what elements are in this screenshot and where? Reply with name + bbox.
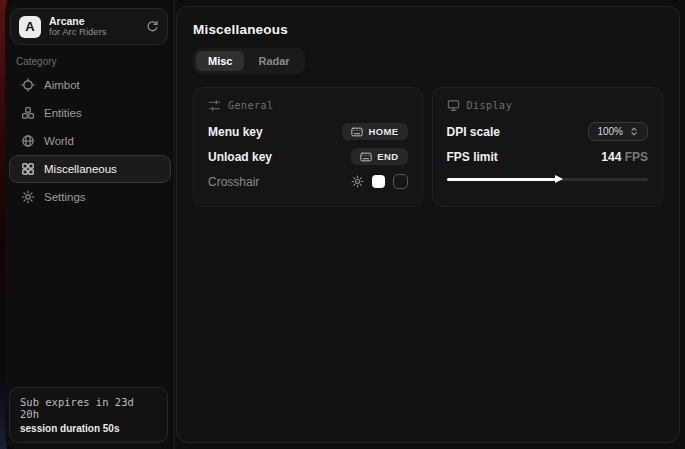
monitor-icon xyxy=(447,99,460,112)
profile-text: Arcane for Arc Riders xyxy=(49,15,146,38)
sidebar-item-aimbot[interactable]: Aimbot xyxy=(9,71,171,99)
general-card: General Menu key HOME xyxy=(193,87,423,207)
slider-fill xyxy=(447,178,560,181)
sidebar-item-entities[interactable]: Entities xyxy=(9,99,171,127)
fps-number: 144 xyxy=(601,150,621,164)
sidebar: A Arcane for Arc Riders Category xyxy=(5,0,175,449)
crosshair-icon xyxy=(21,78,35,92)
slider-thumb-icon[interactable] xyxy=(554,174,564,184)
fps-limit-row: FPS limit 144 FPS xyxy=(447,145,648,168)
dpi-scale-row: DPI scale 100% xyxy=(447,120,648,143)
fps-limit-value: 144 FPS xyxy=(601,150,648,164)
menu-key-label: Menu key xyxy=(208,125,263,139)
sidebar-item-settings[interactable]: Settings xyxy=(9,183,171,211)
grid-icon xyxy=(21,162,35,176)
page-title: Miscellaneous xyxy=(193,22,663,37)
crosshair-row: Crosshair xyxy=(208,170,408,193)
sliders-icon xyxy=(208,99,221,112)
sidebar-item-label: Aimbot xyxy=(44,79,80,91)
chevrons-up-down-icon xyxy=(629,126,639,137)
keyboard-icon xyxy=(351,127,363,137)
general-card-header: General xyxy=(208,99,408,112)
tab-radar[interactable]: Radar xyxy=(246,51,301,71)
gear-icon xyxy=(21,190,35,204)
general-card-title: General xyxy=(228,100,274,111)
globe-icon xyxy=(21,134,35,148)
crosshair-checkbox[interactable] xyxy=(393,174,408,189)
keyboard-icon xyxy=(360,152,372,162)
display-card-header: Display xyxy=(447,99,648,112)
sidebar-item-world[interactable]: World xyxy=(9,127,171,155)
menu-key-value: HOME xyxy=(368,126,398,137)
fps-limit-slider[interactable] xyxy=(447,174,648,184)
sidebar-item-label: Entities xyxy=(44,107,82,119)
profile-subtitle: for Arc Riders xyxy=(49,27,146,38)
sidebar-item-label: Miscellaneous xyxy=(44,163,117,175)
unload-key-value: END xyxy=(377,151,398,162)
menu-key-bind-button[interactable]: HOME xyxy=(342,123,407,140)
display-card: Display DPI scale 100% xyxy=(432,87,663,207)
dpi-scale-value: 100% xyxy=(597,126,623,137)
profile-card[interactable]: A Arcane for Arc Riders xyxy=(10,8,168,45)
sidebar-item-label: Settings xyxy=(44,191,86,203)
display-card-title: Display xyxy=(467,100,513,111)
tab-misc[interactable]: Misc xyxy=(196,51,244,71)
dpi-scale-select[interactable]: 100% xyxy=(588,122,648,141)
menu-key-row: Menu key HOME xyxy=(208,120,408,143)
settings-cards: General Menu key HOME xyxy=(193,87,663,207)
unload-key-bind-button[interactable]: END xyxy=(351,148,407,165)
crosshair-controls xyxy=(351,174,408,189)
boxes-icon xyxy=(21,106,35,120)
crosshair-settings-gear-icon[interactable] xyxy=(351,175,364,188)
crosshair-label: Crosshair xyxy=(208,175,259,189)
crosshair-color-swatch[interactable] xyxy=(372,175,385,188)
sidebar-item-miscellaneous[interactable]: Miscellaneous xyxy=(9,155,171,183)
category-label: Category xyxy=(16,56,57,67)
fps-limit-label: FPS limit xyxy=(447,150,498,164)
main-panel: Miscellaneous Misc Radar General xyxy=(176,6,680,443)
sub-expiry-text: Sub expires in 23d 20h xyxy=(20,396,157,420)
subscription-card: Sub expires in 23d 20h session duration … xyxy=(9,387,168,443)
fps-unit: FPS xyxy=(625,150,648,164)
unload-key-label: Unload key xyxy=(208,150,272,164)
tab-bar: Misc Radar xyxy=(193,48,305,74)
sidebar-nav: Aimbot Entities xyxy=(9,71,171,211)
avatar: A xyxy=(19,16,41,38)
unload-key-row: Unload key END xyxy=(208,145,408,168)
dpi-scale-label: DPI scale xyxy=(447,125,500,139)
sidebar-item-label: World xyxy=(44,135,74,147)
session-duration-text: session duration 50s xyxy=(20,423,157,434)
refresh-icon[interactable] xyxy=(146,20,159,33)
app-window: A Arcane for Arc Riders Category xyxy=(5,0,685,449)
